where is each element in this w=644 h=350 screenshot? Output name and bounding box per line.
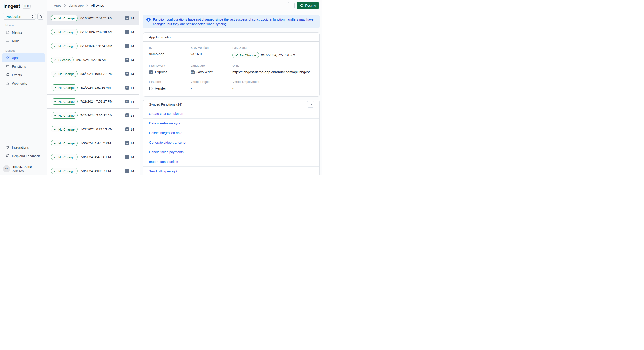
sync-count-group: <>14 (125, 155, 134, 159)
sync-count-group: <>14 (125, 30, 134, 34)
runs-icon (6, 39, 10, 43)
resync-button[interactable]: Resync (297, 2, 319, 9)
environment-settings-button[interactable] (38, 13, 44, 20)
sync-list-item[interactable]: No Change 7/9/2024, 4:47:38 PM <>14 (48, 150, 139, 164)
sync-list-item[interactable]: No Change 8/16/2024, 2:32:18 AM <>14 (48, 25, 139, 39)
field-value: ex Express (149, 70, 190, 75)
sync-timestamp: 8/1/2024, 6:51:15 AM (80, 86, 110, 89)
field-label: ID (149, 46, 190, 49)
breadcrumb-all-syncs: All syncs (91, 4, 104, 7)
sync-count-group: <>14 (125, 113, 134, 117)
section-manage-label: Manage (5, 49, 47, 52)
function-link[interactable]: Generate video transcript (143, 138, 320, 147)
status-badge: No Change (51, 15, 78, 21)
sync-list-item[interactable]: No Change 7/9/2024, 4:09:07 PM <>14 (48, 164, 139, 175)
code-icon: <> (125, 127, 129, 131)
sidebar-item-label: Functions (12, 64, 26, 68)
command-k-shortcut[interactable]: ⌘ K (22, 4, 30, 8)
check-icon (54, 17, 56, 19)
card-title: App Information (149, 35, 172, 39)
status-badge: No Change (51, 140, 78, 146)
function-count: 14 (130, 155, 134, 159)
check-icon (54, 86, 56, 89)
sync-timestamp: 8/16/2024, 2:51:31 AM (80, 16, 112, 20)
field-value: demo-app (149, 52, 190, 57)
sync-list-item[interactable]: No Change 7/23/2024, 5:35:22 AM <>14 (48, 108, 139, 122)
sync-timestamp: 7/9/2024, 4:47:59 PM (80, 141, 111, 145)
function-link[interactable]: Delete integration data (143, 128, 320, 138)
sync-list-item[interactable]: No Change 8/11/2024, 1:12:49 AM <>14 (48, 39, 139, 53)
sync-timestamp: 7/29/2024, 7:51:17 PM (80, 100, 113, 103)
app-information-card: App Information ID demo-app SDK Version … (143, 32, 320, 97)
sync-count-group: <>14 (125, 169, 134, 173)
sync-list-item[interactable]: No Change 7/29/2024, 7:51:17 PM <>14 (48, 95, 139, 108)
check-icon (54, 156, 56, 158)
function-link[interactable]: Data warehouse sync (143, 119, 320, 128)
sidebar-item-label: Runs (12, 39, 20, 43)
field-last-sync: Last Sync No Change 8/16/2024, 2:51:31 A… (232, 46, 314, 58)
inngest-logo: inngest (4, 3, 20, 9)
field-platform: Platform Render (149, 80, 190, 91)
function-count: 14 (130, 58, 134, 62)
environment-row: Production (0, 13, 47, 20)
sidebar-item-metrics[interactable]: Metrics (2, 28, 45, 36)
field-url: URL https://inngest-demo-app.onrender.co… (232, 64, 314, 75)
code-icon: <> (125, 72, 129, 76)
status-badge: Success (51, 57, 74, 63)
function-link[interactable]: Import data pipeline (143, 157, 320, 167)
sidebar-item-functions[interactable]: Functions (2, 62, 45, 70)
sidebar-item-label: Events (12, 73, 22, 77)
sync-list-item[interactable]: No Change 8/5/2024, 10:51:27 PM <>14 (48, 67, 139, 81)
sidebar-item-apps[interactable]: Apps (2, 53, 45, 62)
webhooks-icon (6, 81, 10, 85)
kebab-dot (291, 6, 292, 7)
field-language: Language JS JavaScript (190, 64, 232, 75)
check-icon (54, 114, 56, 116)
sync-timestamp: 8/16/2024, 2:32:18 AM (80, 30, 112, 34)
field-framework: Framework ex Express (149, 64, 190, 75)
sync-list: No Change 8/16/2024, 2:51:31 AM <>14 No … (48, 11, 140, 175)
sidebar-item-webhooks[interactable]: Webhooks (2, 79, 45, 88)
sidebar-item-help[interactable]: Help and Feedback (2, 151, 45, 160)
function-link[interactable]: Send billing receipt (143, 167, 320, 175)
functions-icon (6, 64, 10, 68)
sync-list-item[interactable]: No Change 7/22/2024, 6:21:53 PM <>14 (48, 122, 139, 136)
check-icon (54, 142, 56, 144)
last-sync-time: 8/16/2024, 2:51:31 AM (261, 53, 296, 57)
status-badge: No Change (51, 112, 78, 119)
sidebar-item-events[interactable]: Events (2, 70, 45, 79)
sliders-icon (39, 15, 42, 18)
sync-list-item[interactable]: No Change 8/16/2024, 2:51:31 AM <>14 (48, 11, 139, 25)
breadcrumb-demo-app[interactable]: demo-app (69, 4, 84, 7)
function-link[interactable]: Create chat completion (143, 109, 320, 119)
sync-list-item[interactable]: No Change 8/1/2024, 6:51:15 AM <>14 (48, 81, 139, 95)
code-icon: <> (125, 155, 129, 159)
code-icon: <> (125, 58, 129, 62)
field-label: SDK Version (190, 46, 232, 49)
code-icon: <> (125, 169, 129, 173)
check-icon (54, 45, 56, 47)
status-badge: No Change (51, 168, 78, 174)
sidebar-item-label: Apps (12, 56, 19, 60)
profile-menu[interactable]: IN Inngest Demo John Doe (0, 162, 47, 175)
collapse-button[interactable] (307, 101, 314, 108)
environment-selector[interactable]: Production (3, 13, 36, 20)
sync-timestamp: 8/11/2024, 1:12:49 AM (80, 44, 112, 48)
function-count: 14 (130, 100, 134, 103)
sidebar-item-integrations[interactable]: Integrations (2, 143, 45, 151)
avatar: IN (3, 165, 10, 172)
more-options-button[interactable] (288, 2, 295, 9)
sync-list-item[interactable]: Success 8/6/2024, 4:22:45 AM <>14 (48, 53, 139, 67)
sync-count-group: <>14 (125, 141, 134, 145)
sidebar-item-runs[interactable]: Runs (2, 36, 45, 45)
section-monitor-label: Monitor (5, 24, 47, 27)
sync-list-item[interactable]: No Change 7/9/2024, 4:47:59 PM <>14 (48, 136, 139, 150)
breadcrumb-apps[interactable]: Apps (54, 4, 61, 7)
check-icon (54, 170, 56, 172)
sync-count-group: <>14 (125, 127, 134, 131)
chevron-right-icon (64, 4, 66, 7)
field-value: JS JavaScript (190, 70, 232, 75)
code-icon: <> (125, 44, 129, 48)
function-link[interactable]: Handle failed payments (143, 147, 320, 157)
sync-timestamp: 7/22/2024, 6:21:53 PM (80, 127, 113, 131)
